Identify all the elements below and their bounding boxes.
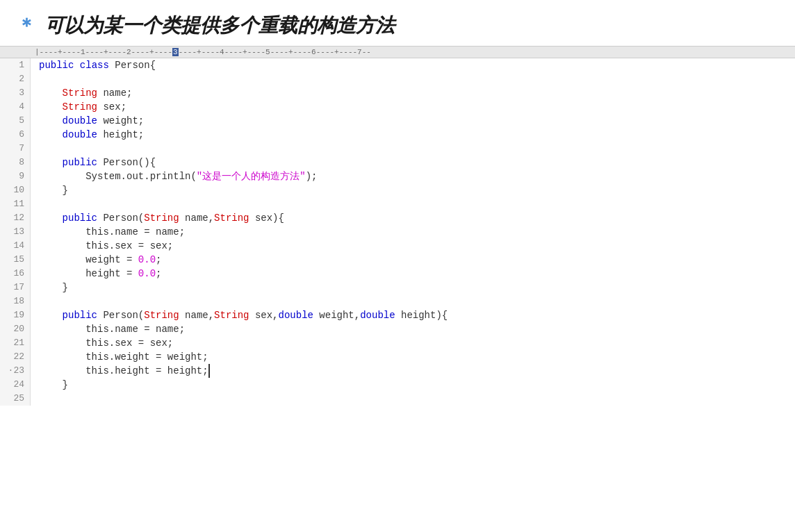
kw-string-2: String [63,100,97,114]
ln-1: 1 [0,58,30,72]
code-line-22: this.weight = weight; [39,350,795,364]
code-container: 1 2 3 4 5 6 7 8 9 10 11 12 13 14 15 16 1… [0,58,795,406]
ln-9: 9 [0,169,30,183]
ln-15: 15 [0,253,30,267]
code-line-19: public Person(String name,String sex,dou… [39,308,795,322]
kw-double-1: double [63,114,97,128]
ln-19: 19 [0,308,30,322]
ln-13: 13 [0,225,30,239]
ln-17: 17 [0,281,30,294]
ln-14: 14 [0,239,30,253]
ln-2: 2 [0,72,30,86]
code-area[interactable]: public class Person{ String name; String… [31,58,795,406]
title-star: ＊ [17,13,36,39]
num-15: 0.0 [138,253,156,267]
ln-4: 4 [0,100,30,114]
code-line-3: String name; [39,86,795,100]
kw-string-1: String [63,86,97,100]
str-9: "这是一个人的构造方法" [197,169,306,183]
ruler-highlight: 3 [172,48,179,56]
code-line-2 [39,72,795,86]
code-line-13: this.name = name; [39,225,795,239]
code-line-20: this.name = name; [39,322,795,336]
ln-24: 24 [0,378,30,392]
kw-string-12a: String [144,211,179,225]
ln-12: 12 [0,211,30,225]
ln-8: 8 [0,156,30,169]
kw-double-19a: double [279,308,313,322]
code-line-25 [39,392,795,406]
code-line-7 [39,142,795,156]
code-line-24: } [39,378,795,392]
ln-7: 7 [0,142,30,156]
code-line-9: System.out.println("这是一个人的构造方法"); [39,169,795,183]
code-line-15: weight = 0.0; [39,253,795,267]
kw-public-8: public [63,156,97,169]
code-line-1: public class Person{ [39,58,795,72]
title-text: 可以为某一个类提供多个重载的构造方法 [44,13,395,39]
line-numbers: 1 2 3 4 5 6 7 8 9 10 11 12 13 14 15 16 1… [0,58,31,406]
ln-11: 11 [0,197,30,211]
code-line-18 [39,294,795,308]
ruler-after: ----+----4----+----5----+----6----+----7… [179,48,371,56]
kw-public-19: public [63,308,97,322]
code-line-6: double height; [39,128,795,142]
ln-20: 20 [0,322,30,336]
kw-double-19b: double [360,308,395,322]
ln-25: 25 [0,392,30,406]
kw-public-1: public [39,58,74,72]
ruler: |----+----1----+----2----+----3----+----… [0,46,795,58]
text-cursor: | [208,364,210,378]
code-line-10: } [39,183,795,197]
ln-18: 18 [0,294,30,308]
title-bar: ＊ 可以为某一个类提供多个重载的构造方法 [0,0,795,46]
kw-class: class [80,58,109,72]
code-line-14: this.sex = sex; [39,239,795,253]
code-line-5: double weight; [39,114,795,128]
code-line-8: public Person(){ [39,156,795,169]
code-line-11 [39,197,795,211]
ruler-before: |----+----1----+----2----+---- [35,48,172,56]
ln-6: 6 [0,128,30,142]
kw-double-2: double [63,128,97,142]
kw-public-12: public [63,211,97,225]
kw-string-12b: String [214,211,249,225]
ln-5: 5 [0,114,30,128]
num-16: 0.0 [138,267,156,281]
ln-10: 10 [0,183,30,197]
code-line-17: } [39,281,795,294]
ln-22: 22 [0,350,30,364]
ln-23: ·23 [0,364,30,378]
code-line-16: height = 0.0; [39,267,795,281]
code-line-12: public Person(String name,String sex){ [39,211,795,225]
ln-21: 21 [0,336,30,350]
ln-3: 3 [0,86,30,100]
code-line-4: String sex; [39,100,795,114]
code-line-21: this.sex = sex; [39,336,795,350]
kw-string-19a: String [144,308,179,322]
ln-16: 16 [0,267,30,281]
code-line-23: this.height = height;| [39,364,795,378]
kw-string-19b: String [214,308,249,322]
